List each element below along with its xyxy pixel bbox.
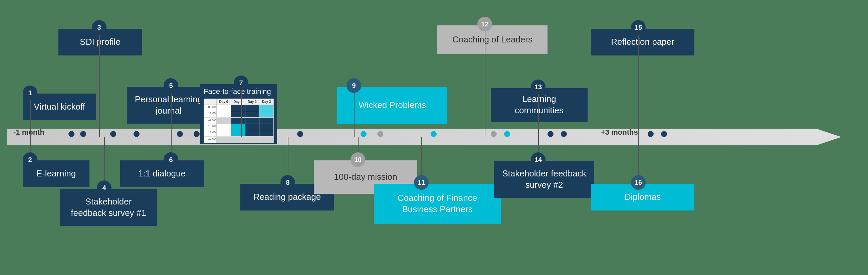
schedule-cell-0-3 (259, 105, 273, 111)
connector-line-7 (241, 90, 242, 137)
schedule-cell-2-0 (217, 118, 231, 123)
timeline-dot-16 (661, 131, 667, 137)
timeline-dot-14 (561, 131, 567, 137)
schedule-cell-4-0 (217, 130, 231, 136)
badge-7: 7 (234, 76, 248, 90)
schedule-cell-3-2 (245, 124, 260, 130)
timeline-dot-1 (80, 131, 86, 137)
badge-8: 8 (280, 175, 295, 190)
timeline-dot-3 (133, 131, 140, 137)
schedule-time-3: 15:00 (204, 124, 217, 130)
timeline-dot-11 (491, 131, 497, 137)
schedule-cell-0-0 (217, 105, 231, 111)
schedule-cell-2-3 (259, 118, 273, 123)
schedule-cell-5-0 (217, 137, 231, 143)
badge-13: 13 (531, 80, 546, 94)
badge-6: 6 (163, 153, 178, 167)
schedule-cell-0-1 (231, 105, 245, 111)
badge-10: 10 (350, 153, 365, 167)
schedule-cell-3-1 (231, 124, 245, 130)
timeline-dot-2 (110, 131, 116, 137)
schedule-cell-5-1 (231, 137, 245, 143)
connector-line-15 (638, 35, 639, 137)
card-item-14: Stakeholder feedback survey #2 (494, 161, 594, 198)
schedule-cell-3-3 (259, 124, 273, 130)
schedule-cell-5-2 (245, 137, 260, 143)
schedule-header-1: Day 0 (217, 99, 231, 105)
schedule-time-5: 19:00 (204, 137, 217, 143)
timeline-dot-4 (177, 131, 183, 137)
card-item-12: Coaching of Leaders (437, 25, 548, 54)
timeline-dot-5 (194, 131, 199, 137)
connector-line-5 (171, 93, 172, 137)
badge-11: 11 (414, 175, 429, 190)
schedule-cell-2-1 (231, 118, 245, 123)
schedule-cell-1-3 (259, 111, 273, 117)
timeline-dot-12 (504, 131, 510, 137)
schedule-time-0: 09:00 (204, 105, 217, 111)
schedule-cell-4-3 (259, 130, 273, 136)
timeline-dot-15 (648, 131, 654, 137)
timeline-dot-8 (361, 131, 367, 137)
card-item-6: 1:1 dialogue (120, 160, 204, 187)
schedule-time-2: 13:00 (204, 118, 217, 123)
badge-4: 4 (97, 181, 112, 195)
schedule-time-1: 11:00 (204, 111, 217, 117)
schedule-cell-5-3 (259, 137, 273, 143)
card-item-4: Stakeholder feedback survey #1 (60, 189, 157, 226)
card-item-7: Face-to-face trainingDay 0Day 1Day 2Day … (200, 84, 277, 144)
schedule-header-4: Day 3 (259, 99, 273, 105)
timeline-dot-7 (297, 131, 303, 137)
schedule-cell-1-1 (231, 111, 245, 117)
timeline-label-right: +3 months (601, 128, 638, 137)
badge-2: 2 (23, 153, 37, 167)
connector-line-13 (538, 94, 539, 137)
badge-12: 12 (477, 17, 492, 31)
schedule-cell-2-2 (245, 118, 260, 123)
badge-1: 1 (23, 86, 37, 100)
schedule-time-4: 17:00 (204, 130, 217, 136)
schedule-cell-4-1 (231, 130, 245, 136)
badge-16: 16 (631, 175, 646, 190)
main-container: -1 month +3 months 1Virtual kickoff2E-le… (0, 0, 868, 275)
card-item-11: Coaching of Finance Business Partners (374, 184, 501, 224)
connector-line-9 (354, 93, 354, 137)
badge-3: 3 (92, 20, 106, 35)
timeline-dot-13 (548, 131, 554, 137)
timeline-dot-9 (377, 131, 383, 137)
timeline-dot-10 (431, 131, 437, 137)
connector-line-1 (30, 100, 31, 137)
schedule-cell-0-2 (245, 105, 260, 111)
badge-9: 9 (346, 78, 361, 93)
badge-5: 5 (163, 78, 178, 93)
schedule-header-2: Day 1 (231, 99, 245, 105)
timeline (7, 129, 841, 145)
connector-line-12 (485, 31, 486, 137)
schedule-cell-1-0 (217, 111, 231, 117)
schedule-table: Day 0Day 1Day 2Day 309:0011:0013:0015:00… (204, 99, 274, 143)
schedule-cell-4-2 (245, 130, 260, 136)
badge-14: 14 (531, 153, 546, 167)
timeline-label-left: -1 month (13, 128, 44, 137)
schedule-cell-1-2 (245, 111, 260, 117)
timeline-dot-0 (68, 131, 74, 137)
schedule-header-0 (204, 99, 217, 105)
schedule-header-3: Day 2 (245, 99, 260, 105)
badge-15: 15 (631, 20, 646, 35)
connector-line-3 (99, 35, 100, 137)
schedule-cell-3-0 (217, 124, 231, 130)
